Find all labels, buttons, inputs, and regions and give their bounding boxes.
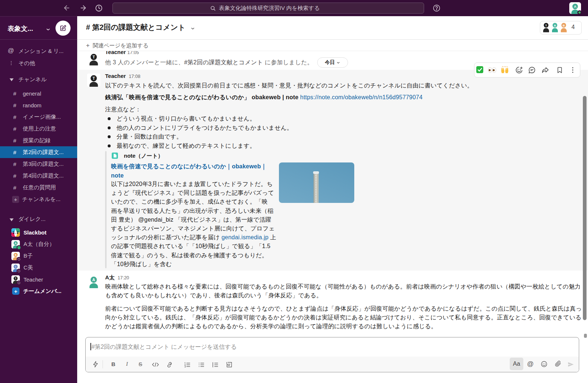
svg-text:A: A (15, 241, 17, 244)
svg-text:A: A (574, 4, 576, 8)
svg-text:T: T (15, 277, 17, 279)
svg-text:T: T (93, 76, 95, 80)
svg-text:T: T (545, 24, 547, 27)
svg-text:A: A (92, 278, 95, 282)
svg-text:B: B (15, 253, 17, 256)
svg-text:B: B (563, 24, 565, 27)
svg-text:T: T (93, 55, 95, 59)
svg-text:C: C (15, 265, 17, 268)
svg-text:A: A (554, 24, 556, 27)
